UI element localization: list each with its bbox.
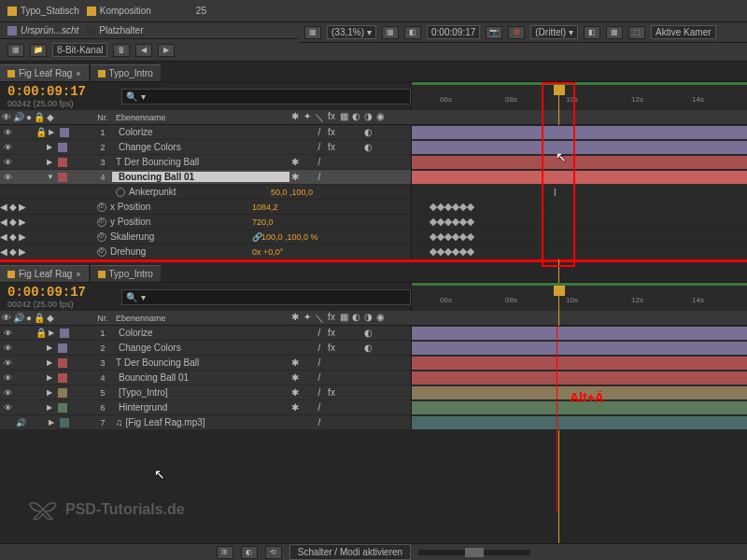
timeline-tracks[interactable]	[411, 326, 747, 430]
next-keyframe[interactable]: ▶	[19, 246, 26, 257]
layer-name[interactable]: Change Colors	[119, 343, 181, 353]
stopwatch-icon[interactable]	[116, 188, 125, 197]
grid-dropdown[interactable]: (Drittel) ▾	[530, 25, 578, 39]
property-value[interactable]: 50,0 ,100,0	[271, 188, 313, 197]
layer-label-color[interactable]	[60, 128, 69, 137]
camera-dropdown[interactable]: Aktive Kamer	[651, 25, 715, 39]
layer-bar[interactable]	[412, 416, 747, 429]
switch-icon[interactable]: ◉	[374, 312, 386, 325]
expand-arrow[interactable]: ▶	[47, 373, 56, 382]
layer-label-color[interactable]	[58, 173, 67, 182]
layer-row[interactable]: 👁▼ 4 Bouncing Ball 01 ✱/	[0, 170, 411, 185]
property-row[interactable]: ◀◆▶ ⏱Drehung 0x +0,0°	[0, 245, 411, 259]
layer-name[interactable]: [Typo_Intro]	[119, 387, 168, 398]
expand-arrow[interactable]: ▶	[47, 388, 56, 397]
audio-toggle[interactable]: 🔊	[15, 417, 26, 428]
solo-header-icon[interactable]: ●	[26, 313, 32, 323]
expand-arrow[interactable]: ▶	[49, 418, 58, 427]
layer-bar[interactable]	[412, 171, 747, 184]
layer-name[interactable]: Hintergrund	[119, 402, 167, 413]
timecode-display[interactable]: 0:00:09:17 00242 (25.00 fps)	[0, 82, 121, 110]
time-display[interactable]: 0:00:09:17	[427, 25, 480, 39]
prev-keyframe[interactable]: ◀	[0, 231, 7, 242]
lock-toggle[interactable]: 🔒	[35, 127, 47, 137]
layer-name[interactable]: Colorize	[119, 328, 153, 338]
zoom-slider[interactable]	[418, 550, 530, 555]
zoom-dropdown[interactable]: (33,1%) ▾	[327, 25, 376, 39]
switch-icon[interactable]: ✱	[289, 312, 301, 325]
keyframe-track[interactable]: I	[412, 185, 747, 200]
label-header-icon[interactable]: ◆	[47, 112, 54, 122]
visibility-toggle[interactable]: 👁	[2, 328, 13, 339]
layer-label-color[interactable]	[58, 343, 67, 353]
eye-header-icon[interactable]: 👁	[2, 112, 11, 122]
folder-button[interactable]: 📁	[30, 44, 47, 57]
project-item[interactable]: Komposition	[87, 6, 151, 16]
layer-bar[interactable]	[412, 357, 747, 370]
switch-icon[interactable]: ◐	[350, 111, 361, 124]
visibility-toggle[interactable]: 👁	[2, 142, 13, 153]
switch-icon[interactable]: ◑	[362, 111, 374, 124]
layer-bar[interactable]	[412, 126, 747, 139]
solo-header-icon[interactable]: ●	[26, 112, 32, 122]
layer-label-color[interactable]	[58, 373, 67, 383]
nr-header[interactable]: Nr.	[93, 113, 112, 122]
property-row[interactable]: ◀◆▶ ⏱x Position 1084,2	[0, 200, 411, 215]
stopwatch-icon[interactable]: ⏱	[97, 232, 106, 242]
expand-arrow[interactable]: ▶	[47, 158, 56, 166]
timeline-tracks[interactable]: I	[411, 125, 747, 259]
switch-icon[interactable]: ◐	[350, 312, 361, 325]
switch-icon[interactable]: ＼	[314, 111, 325, 124]
lock-toggle[interactable]: 🔒	[35, 328, 47, 338]
stopwatch-icon[interactable]: ⏱	[97, 203, 106, 212]
work-area[interactable]	[412, 82, 747, 85]
next-keyframe[interactable]: ▶	[19, 231, 26, 242]
switch-icon[interactable]: fx	[326, 111, 337, 124]
visibility-toggle[interactable]: 👁	[2, 372, 13, 384]
visibility-toggle[interactable]: 👁	[2, 157, 13, 168]
expand-arrow[interactable]: ▶	[47, 343, 56, 352]
layer-bar[interactable]	[412, 327, 747, 340]
layer-bar[interactable]	[412, 141, 747, 154]
layer-label-color[interactable]	[58, 158, 67, 167]
keyframe-track[interactable]	[412, 245, 747, 259]
nr-header[interactable]: Nr.	[93, 314, 112, 323]
visibility-toggle[interactable]: 👁	[2, 387, 13, 399]
eye-header-icon[interactable]: 👁	[2, 313, 11, 323]
expand-arrow[interactable]: ▼	[47, 173, 56, 181]
keyframe[interactable]	[467, 233, 474, 241]
layer-name[interactable]: [Fig Leaf Rag.mp3]	[126, 417, 205, 427]
time-ruler[interactable]: 06s 08s 10s 12s 14s	[411, 82, 747, 110]
switch-icon[interactable]: ▦	[338, 111, 349, 124]
timecode-display[interactable]: 0:00:09:17 00242 (25.00 fps)	[0, 283, 121, 311]
audio-header-icon[interactable]: 🔊	[13, 313, 24, 323]
expand-arrow[interactable]: ▶	[49, 128, 58, 136]
zoom-handle[interactable]	[465, 548, 484, 557]
audio-header-icon[interactable]: 🔊	[13, 112, 24, 122]
color-button[interactable]: ⚙	[508, 26, 525, 39]
layer-bar[interactable]	[412, 342, 747, 355]
project-item[interactable]: Ursprün...scht	[7, 25, 78, 35]
work-area[interactable]	[412, 283, 747, 286]
expand-arrow[interactable]: ▶	[47, 358, 56, 367]
layer-row[interactable]: 👁▶ 3 TDer Bouncing Ball ✱/	[0, 356, 411, 371]
mode-toggle[interactable]: Schalter / Modi aktivieren	[289, 544, 411, 560]
stopwatch-icon[interactable]: ⏱	[97, 247, 106, 257]
expand-arrow[interactable]: ▶	[47, 143, 56, 151]
prev-keyframe[interactable]: ◀	[0, 246, 7, 257]
layer-label-color[interactable]	[58, 388, 67, 398]
name-header[interactable]: Ebenenname	[112, 113, 289, 122]
property-value[interactable]: 100,0 ,100,0 %	[261, 232, 318, 242]
time-ruler[interactable]: 06s 08s 10s 12s 14s	[411, 283, 747, 311]
switch-icon[interactable]: ✱	[289, 111, 301, 124]
property-value[interactable]: 720,0	[252, 217, 274, 227]
snapshot-button[interactable]: 📷	[486, 26, 502, 39]
link-icon[interactable]: 🔗	[252, 232, 261, 242]
blend-mode[interactable]: ◐	[362, 142, 374, 152]
comp-icon-button[interactable]: ▦	[7, 44, 24, 57]
layer-row[interactable]: 👁▶ 2 Change Colors /fx◐	[0, 341, 411, 356]
close-icon[interactable]: ×	[76, 69, 80, 78]
expand-arrow[interactable]: ▶	[47, 403, 56, 412]
lock-header-icon[interactable]: 🔒	[34, 313, 45, 323]
keyframe-track[interactable]	[412, 200, 747, 215]
